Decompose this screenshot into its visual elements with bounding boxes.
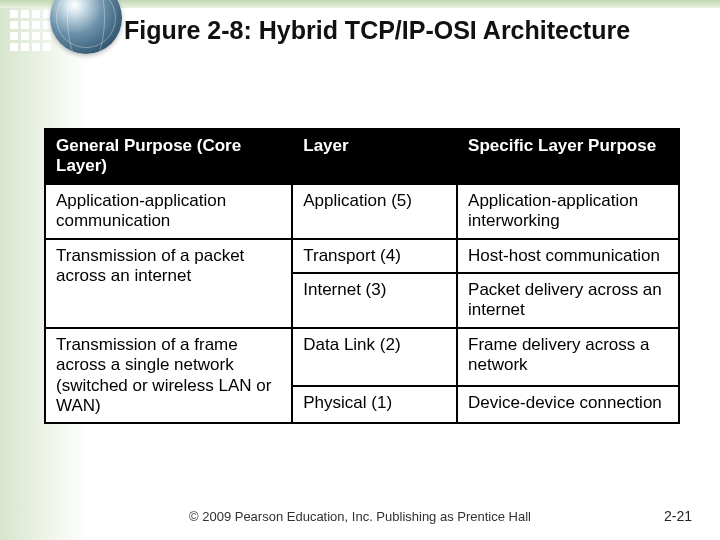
- header-general-purpose: General Purpose (Core Layer): [45, 129, 292, 184]
- cell-spec-transport: Host-host communication: [457, 239, 679, 273]
- cell-spec-application: Application-application interworking: [457, 184, 679, 239]
- cell-spec-physical: Device-device connection: [457, 386, 679, 423]
- cell-layer-datalink: Data Link (2): [292, 328, 457, 387]
- cell-spec-internet: Packet delivery across an internet: [457, 273, 679, 328]
- header-layer: Layer: [292, 129, 457, 184]
- copyright-footer: © 2009 Pearson Education, Inc. Publishin…: [0, 509, 720, 524]
- architecture-table: General Purpose (Core Layer) Layer Speci…: [44, 128, 680, 424]
- slide-title: Figure 2-8: Hybrid TCP/IP-OSI Architectu…: [124, 16, 708, 45]
- table-row: Transmission of a frame across a single …: [45, 328, 679, 387]
- cell-gp-frame: Transmission of a frame across a single …: [45, 328, 292, 424]
- cell-layer-physical: Physical (1): [292, 386, 457, 423]
- cell-layer-internet: Internet (3): [292, 273, 457, 328]
- cell-gp-packet: Transmission of a packet across an inter…: [45, 239, 292, 328]
- table-header-row: General Purpose (Core Layer) Layer Speci…: [45, 129, 679, 184]
- header-specific-purpose: Specific Layer Purpose: [457, 129, 679, 184]
- page-number: 2-21: [664, 508, 692, 524]
- cell-layer-transport: Transport (4): [292, 239, 457, 273]
- table-row: Transmission of a packet across an inter…: [45, 239, 679, 273]
- cell-gp-application: Application-application communication: [45, 184, 292, 239]
- grid-squares-decoration: [10, 10, 51, 51]
- cell-layer-application: Application (5): [292, 184, 457, 239]
- cell-spec-datalink: Frame delivery across a network: [457, 328, 679, 387]
- table-row: Application-application communication Ap…: [45, 184, 679, 239]
